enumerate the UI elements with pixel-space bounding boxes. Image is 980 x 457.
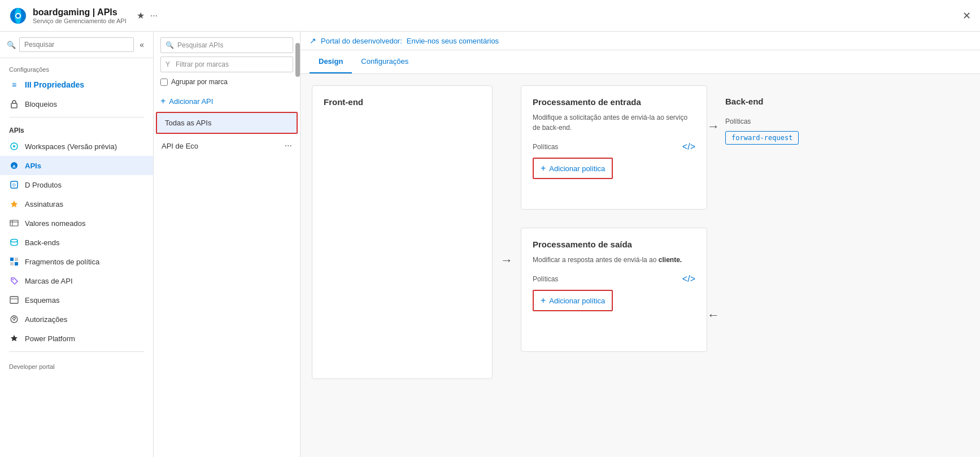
svg-point-6 xyxy=(13,145,15,147)
sidebar-search-row: 🔍 « xyxy=(0,32,153,58)
middle-col: Processamento de entrada Modifique a sol… xyxy=(521,85,707,352)
svg-rect-19 xyxy=(15,262,18,266)
sidebar-item-propriedades[interactable]: ≡ III Propriedades xyxy=(0,75,153,94)
developer-portal-label: Developer portal xyxy=(0,355,153,372)
propriedades-label: III Propriedades xyxy=(25,80,84,89)
output-title: Processamento de saída xyxy=(533,240,695,249)
sidebar-item-autorizacoes[interactable]: Autorizações xyxy=(0,310,153,329)
sidebar-item-power-platform[interactable]: Power Platform xyxy=(0,329,153,348)
more-options-icon[interactable]: ··· xyxy=(150,11,158,21)
sidebar-item-marcas[interactable]: Marcas de API xyxy=(0,271,153,290)
sidebar-item-backends[interactable]: Back-ends xyxy=(0,233,153,252)
api-search-icon: 🔍 xyxy=(165,41,174,49)
api-search-field[interactable]: 🔍 Pesquisar APIs xyxy=(160,37,293,53)
autorizacoes-label: Autorizações xyxy=(25,315,67,324)
api-filter-placeholder: Filtrar por marcas xyxy=(176,60,229,68)
notification-link[interactable]: Envie-nos seus comentários xyxy=(407,37,499,45)
produtos-icon: D xyxy=(9,180,19,190)
esquemas-icon xyxy=(9,295,19,305)
sidebar-item-valores[interactable]: Valores nomeados xyxy=(0,214,153,233)
search-icon: 🔍 xyxy=(7,41,16,49)
notification-text: Portal do desenvolvedor: xyxy=(321,37,402,45)
output-policies-row: Políticas </> xyxy=(533,274,695,284)
sidebar-item-bloqueios[interactable]: Bloqueios xyxy=(0,94,153,114)
favorite-icon[interactable]: ★ xyxy=(137,10,145,21)
api-eco-label: API de Eco xyxy=(162,142,198,150)
frontend-title: Front-end xyxy=(324,97,363,107)
produtos-label: D Produtos xyxy=(25,181,62,189)
svg-point-3 xyxy=(16,14,20,18)
forward-request-badge: forward-request xyxy=(725,131,799,145)
input-policies-row: Políticas </> xyxy=(533,142,695,152)
group-checkbox[interactable] xyxy=(160,79,168,86)
sidebar-search-input[interactable] xyxy=(19,37,134,52)
sidebar-item-esquemas[interactable]: Esquemas xyxy=(0,290,153,310)
add-api-button[interactable]: + Adicionar API xyxy=(154,92,300,111)
fragmentos-label: Fragmentos de política xyxy=(25,258,99,266)
sidebar-item-fragmentos[interactable]: Fragmentos de política xyxy=(0,252,153,271)
sidebar-item-apis[interactable]: A APIs xyxy=(0,156,153,175)
sidebar-item-workspaces[interactable]: Workspaces (Versão prévia) xyxy=(0,137,153,156)
frontend-box: Front-end xyxy=(312,85,493,379)
svg-marker-11 xyxy=(11,201,18,207)
tab-design[interactable]: Design xyxy=(310,50,352,73)
input-title: Processamento de entrada xyxy=(533,97,695,107)
logo-icon xyxy=(9,7,27,25)
api-filter-field[interactable]: Y Filtrar por marcas xyxy=(160,56,293,72)
app-title-group: boardgaming | APIs Serviço de Gerenciame… xyxy=(33,7,127,24)
add-icon: + xyxy=(160,96,165,106)
svg-rect-12 xyxy=(10,220,18,226)
arrow-frontend-to-input: → xyxy=(493,197,521,268)
app-title: boardgaming | APIs xyxy=(33,7,127,18)
all-apis-item[interactable]: Todas as APIs xyxy=(156,112,298,134)
filter-icon: Y xyxy=(165,60,170,68)
input-policies-label: Políticas xyxy=(533,143,558,151)
output-desc-text: Modificar a resposta antes de enviá-la a… xyxy=(533,256,656,264)
propriedades-icon: ≡ xyxy=(9,80,19,90)
apis-group-label: APIs xyxy=(0,121,153,137)
arrow-backend-to-output: ← xyxy=(707,308,720,323)
valores-icon xyxy=(9,218,19,228)
design-canvas: Front-end → Processamento de entrada Mod… xyxy=(300,74,980,457)
sidebar-item-produtos[interactable]: D D Produtos xyxy=(0,175,153,194)
input-code-icon[interactable]: </> xyxy=(682,142,695,152)
app-subtitle: Serviço de Gerenciamento de API xyxy=(33,18,127,24)
svg-rect-21 xyxy=(10,297,18,303)
svg-rect-17 xyxy=(15,258,18,261)
output-desc-strong: cliente. xyxy=(659,256,682,264)
top-bar-left: boardgaming | APIs Serviço de Gerenciame… xyxy=(9,7,158,25)
apis-label: APIs xyxy=(25,162,41,170)
api-eco-menu-icon[interactable]: ··· xyxy=(285,141,292,151)
sidebar: 🔍 « Configurações ≡ III Propriedades Blo… xyxy=(0,32,154,457)
sidebar-separator-2 xyxy=(9,351,144,352)
backends-label: Back-ends xyxy=(25,238,59,247)
output-code-icon[interactable]: </> xyxy=(682,274,695,284)
svg-text:A: A xyxy=(12,164,16,169)
scrollbar[interactable] xyxy=(295,43,300,77)
collapse-sidebar-button[interactable]: « xyxy=(137,39,146,50)
add-output-policy-button[interactable]: + Adicionar política xyxy=(533,290,613,311)
esquemas-label: Esquemas xyxy=(25,296,59,304)
sidebar-separator-1 xyxy=(9,117,144,117)
add-input-policy-label: Adicionar política xyxy=(549,164,605,173)
valores-label: Valores nomeados xyxy=(25,219,85,228)
backend-title: Back-end xyxy=(725,97,872,106)
all-apis-label: Todas as APIs xyxy=(165,119,211,127)
sidebar-item-assinaturas[interactable]: Assinaturas xyxy=(0,194,153,214)
arrow-input-to-backend: → xyxy=(707,119,720,134)
group-by-mark-check[interactable]: Agrupar por marca xyxy=(154,76,300,92)
portal-link-icon: ↗ xyxy=(310,36,316,45)
close-icon[interactable]: ✕ xyxy=(962,10,971,22)
fragmentos-icon xyxy=(9,256,19,267)
tabs-row: Design Configurações xyxy=(300,50,980,74)
add-input-policy-button[interactable]: + Adicionar política xyxy=(533,158,613,179)
tab-configuracoes[interactable]: Configurações xyxy=(352,50,417,73)
api-list-panel: 🔍 Pesquisar APIs Y Filtrar por marcas Ag… xyxy=(154,32,300,457)
input-processing-box: Processamento de entrada Modifique a sol… xyxy=(521,85,707,210)
workspaces-label: Workspaces (Versão prévia) xyxy=(25,142,117,151)
svg-rect-18 xyxy=(10,262,14,266)
svg-text:D: D xyxy=(12,182,16,188)
power-platform-label: Power Platform xyxy=(25,334,75,343)
api-eco-item[interactable]: API de Eco ··· xyxy=(154,135,300,156)
output-desc: Modificar a resposta antes de enviá-la a… xyxy=(533,255,695,265)
